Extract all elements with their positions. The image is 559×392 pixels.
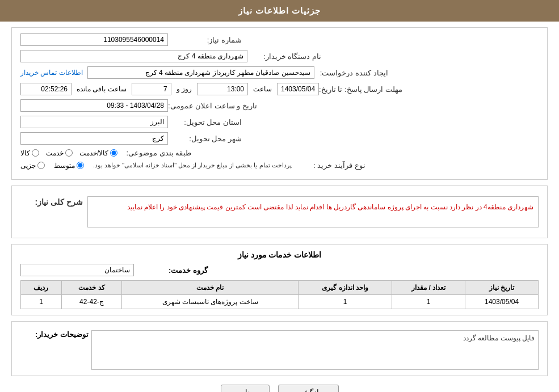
purchase-jazii-option: جزیی — [20, 162, 45, 170]
category-khedmat-label: خدمت — [46, 149, 64, 157]
services-section-title: اطلاعات خدمات مورد نیاز — [20, 250, 539, 259]
category-kala-radio[interactable] — [32, 149, 39, 157]
print-button[interactable]: چاپ — [221, 385, 270, 392]
services-table: تاریخ نیاز تعداد / مقدار واحد اندازه گیر… — [20, 280, 539, 309]
deadline-row: مهلت ارسال پاسخ: تا تاریخ: 1403/05/04 سا… — [20, 83, 539, 95]
announce-row: تاریخ و ساعت اعلان عمومی: 1403/04/28 - 0… — [20, 99, 539, 112]
category-label: طبقه بندی موضوعی: — [117, 149, 191, 157]
announce-value: 1403/04/28 - 09:33 — [20, 99, 168, 112]
deadline-label: مهلت ارسال پاسخ: تا تاریخ: — [319, 85, 402, 94]
description-section: شهرداری منطقه4 در نظر دارد نسبت به اجرای… — [11, 186, 548, 238]
purchase-type-desc: پرداخت تمام یا بخشی از مبلغ خریدار از مح… — [93, 162, 292, 169]
group-service-row: گروه خدمت: ساختمان — [20, 264, 539, 276]
province-value: البرز — [20, 116, 168, 128]
category-kala-khedmat-label: کالا/خدمت — [79, 149, 108, 157]
group-service-value: ساختمان — [20, 264, 134, 276]
footer-buttons: بازگشت چاپ — [11, 385, 548, 392]
cell-service-code: ج-42-42 — [61, 295, 121, 309]
category-kala-option: کالا — [20, 149, 39, 157]
description-text: شهرداری منطقه4 در نظر دارد نسبت به اجرای… — [87, 196, 539, 227]
table-row: 1403/05/04 1 1 ساخت پروژه‌های تاسیسات شه… — [21, 295, 539, 309]
purchase-type-row: نوع فرآیند خرید : پرداخت تمام یا بخشی از… — [20, 161, 539, 170]
cell-unit: 1 — [299, 295, 392, 309]
col-service-name: نام خدمت — [121, 281, 298, 295]
col-unit: واحد اندازه گیری — [299, 281, 392, 295]
creator-label: ایجاد کننده درخواست: — [314, 69, 388, 77]
purchase-motavasset-radio[interactable] — [77, 162, 84, 169]
org-name-value: شهرداری منطقه 4 کرج — [20, 50, 247, 62]
cell-row-num: 1 — [21, 295, 62, 309]
deadline-days-label: روز و — [176, 85, 192, 93]
purchase-motavasset-option: متوسط — [54, 162, 84, 170]
category-kala-khedmat-radio[interactable] — [110, 149, 117, 157]
purchase-motavasset-label: متوسط — [54, 162, 75, 170]
category-khedmat-radio[interactable] — [65, 149, 73, 157]
cell-quantity: 1 — [392, 295, 465, 309]
city-value: کرج — [20, 132, 168, 145]
category-kala-khedmat-option: کالا/خدمت — [79, 149, 117, 157]
org-name-label: نام دستگاه خریدار: — [247, 52, 321, 61]
category-khedmat-option: خدمت — [46, 149, 73, 157]
province-label: استان محل تحویل: — [168, 118, 242, 127]
buyer-notes-label: توضیحات خریدار: — [20, 327, 89, 339]
request-number-label: شماره نیاز: — [168, 36, 242, 44]
deadline-time: 13:00 — [197, 83, 248, 95]
request-number-value: 1103095546000014 — [20, 33, 168, 46]
back-button[interactable]: بازگشت — [278, 385, 339, 392]
city-label: شهر محل تحویل: — [168, 134, 242, 143]
deadline-date: 1403/05/04 — [277, 83, 319, 95]
province-row: استان محل تحویل: البرز — [20, 116, 539, 128]
group-service-label: گروه خدمت: — [134, 266, 208, 275]
creator-contact-link[interactable]: اطلاعات تماس خریدار — [20, 69, 83, 77]
org-name-row: نام دستگاه خریدار: شهرداری منطقه 4 کرج — [20, 50, 539, 62]
deadline-time-label: ساعت — [253, 85, 272, 93]
category-kala-label: کالا — [20, 149, 30, 157]
services-section: اطلاعات خدمات مورد نیاز گروه خدمت: ساختم… — [11, 244, 548, 315]
col-quantity: تعداد / مقدار — [392, 281, 465, 295]
deadline-days: 7 — [132, 83, 171, 95]
buyer-notes-text: فایل پیوست مطالعه گردد — [91, 330, 539, 370]
city-row: شهر محل تحویل: کرج — [20, 132, 539, 145]
announce-label: تاریخ و ساعت اعلان عمومی: — [168, 102, 257, 110]
category-radio-group: کالا/خدمت خدمت کالا — [20, 149, 117, 157]
deadline-remaining-label: ساعت باقی مانده — [77, 85, 127, 93]
col-date: تاریخ نیاز — [465, 281, 539, 295]
cell-service-name: ساخت پروژه‌های تاسیسات شهری — [121, 295, 298, 309]
purchase-type-group: پرداخت تمام یا بخشی از مبلغ خریدار از مح… — [20, 162, 292, 170]
buyer-notes-section: فایل پیوست مطالعه گردد توضیحات خریدار: — [11, 321, 548, 376]
page-header: جزئیات اطلاعات نیاز — [0, 0, 559, 22]
request-number-row: شماره نیاز: 1103095546000014 — [20, 33, 539, 46]
category-row: طبقه بندی موضوعی: کالا/خدمت خدمت کالا — [20, 149, 539, 157]
purchase-type-label: نوع فرآیند خرید : — [292, 161, 365, 170]
page-title: جزئیات اطلاعات نیاز — [238, 6, 321, 15]
purchase-jazii-radio[interactable] — [37, 162, 45, 169]
description-section-title: شرح کلی نیاز: — [20, 197, 83, 206]
creator-value: سیدحسین صادقیان مطهر کاربرداز شهرداری من… — [87, 66, 314, 79]
col-row-num: ردیف — [21, 281, 62, 295]
col-service-code: کد خدمت — [61, 281, 121, 295]
creator-row: ایجاد کننده درخواست: سیدحسین صادقیان مطه… — [20, 66, 539, 79]
table-header-row: تاریخ نیاز تعداد / مقدار واحد اندازه گیر… — [21, 281, 539, 295]
cell-date: 1403/05/04 — [465, 295, 539, 309]
purchase-jazii-label: جزیی — [20, 162, 36, 170]
deadline-remaining: 02:52:26 — [20, 83, 72, 95]
